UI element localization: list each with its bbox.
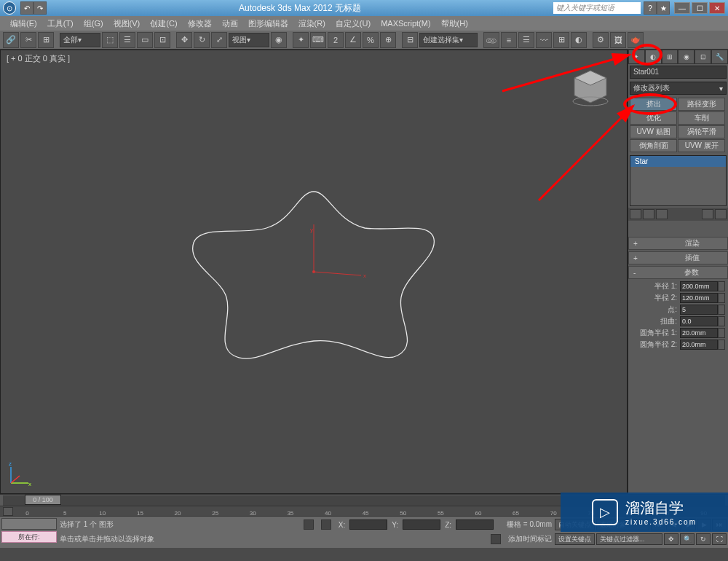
mod-extrude-btn[interactable]: 挤出	[630, 98, 677, 111]
selection-filter-dropdown[interactable]: 全部 ▾	[60, 33, 100, 47]
radius2-input[interactable]: 120.0mm	[680, 293, 718, 303]
select-rect-btn[interactable]: ▭	[137, 32, 153, 48]
menu-modifiers[interactable]: 修改器	[183, 17, 216, 31]
coord-z-input[interactable]	[456, 519, 494, 530]
time-slider-thumb[interactable]: 0 / 100	[25, 495, 61, 505]
unlink-btn[interactable]: ✂	[20, 32, 36, 48]
points-spinner[interactable]	[718, 305, 725, 315]
menu-graph-editors[interactable]: 图形编辑器	[244, 17, 293, 31]
mod-uvwmap-btn[interactable]: UVW 贴图	[630, 125, 677, 138]
menu-customize[interactable]: 自定义(U)	[331, 17, 375, 31]
make-unique-btn[interactable]	[656, 209, 668, 219]
render-frame-btn[interactable]: 🖼	[610, 32, 626, 48]
mod-bevelprofile-btn[interactable]: 倒角剖面	[630, 139, 677, 152]
mirror-btn[interactable]: ⟃⟄	[483, 32, 499, 48]
viewport[interactable]: [ + 0 正交 0 真实 ] y x z x	[0, 50, 628, 494]
menu-rendering[interactable]: 渲染(R)	[294, 17, 330, 31]
modifier-list-dropdown[interactable]: 修改器列表▾	[630, 82, 727, 95]
fillet2-input[interactable]: 20.0mm	[680, 340, 718, 350]
coord-x-input[interactable]	[349, 519, 387, 530]
move-btn[interactable]: ✥	[176, 32, 192, 48]
add-time-tag[interactable]: 添加时间标记	[508, 534, 552, 544]
nav-zoom-btn[interactable]: 🔍	[680, 533, 695, 545]
coord-y-input[interactable]	[403, 519, 440, 530]
menu-tools[interactable]: 工具(T)	[43, 17, 78, 31]
scale-btn[interactable]: ⤢	[211, 32, 227, 48]
modify-tab[interactable]: ◐	[645, 50, 662, 64]
distortion-spinner[interactable]	[718, 316, 725, 326]
menu-edit[interactable]: 编辑(E)	[6, 17, 41, 31]
render-btn[interactable]: 🫖	[628, 32, 644, 48]
distortion-input[interactable]: 0.0	[680, 316, 718, 326]
fillet2-spinner[interactable]	[718, 340, 725, 350]
fillet1-spinner[interactable]	[718, 328, 725, 338]
menu-views[interactable]: 视图(V)	[109, 17, 145, 31]
radius1-input[interactable]: 200.0mm	[680, 281, 718, 291]
display-tab[interactable]: ⊡	[695, 50, 711, 64]
track-toggle-btn[interactable]	[3, 507, 13, 516]
configure-sets-btn[interactable]	[715, 209, 727, 219]
schematic-btn[interactable]: ⊞	[553, 32, 569, 48]
manipulate-btn[interactable]: ✦	[293, 32, 309, 48]
mod-lathe-btn[interactable]: 车削	[678, 111, 725, 125]
snap-angle-btn[interactable]: ∠	[345, 32, 361, 48]
motion-tab[interactable]: ◉	[678, 50, 695, 64]
curve-editor-btn[interactable]: 〰	[536, 32, 552, 48]
named-sel-btn[interactable]: ⊟	[402, 32, 418, 48]
menu-animation[interactable]: 动画	[218, 17, 242, 31]
minimize-button[interactable]: —	[674, 2, 690, 14]
close-button[interactable]: ✕	[709, 2, 725, 14]
nav-pan-btn[interactable]: ✥	[664, 533, 678, 545]
radius1-spinner[interactable]	[718, 281, 725, 291]
hierarchy-tab[interactable]: ⊞	[662, 50, 678, 64]
utilities-tab[interactable]: 🔧	[711, 50, 728, 64]
quick-undo-btn[interactable]: ↶	[20, 1, 33, 15]
spinner-snap-btn[interactable]: ⊕	[380, 32, 396, 48]
mod-optimize-btn[interactable]: 优化	[630, 111, 677, 125]
prompt-tag[interactable]: 所在行:	[1, 531, 57, 543]
maximize-button[interactable]: ☐	[692, 2, 708, 14]
use-center-btn[interactable]: ◉	[271, 32, 287, 48]
menu-help[interactable]: 帮助(H)	[437, 17, 472, 31]
show-result-btn[interactable]	[643, 209, 654, 219]
ref-coord-dropdown[interactable]: 视图 ▾	[229, 33, 269, 47]
snap-2d-btn[interactable]: 2	[328, 32, 344, 48]
mod-turbosmooth-btn[interactable]: 涡轮平滑	[678, 125, 725, 138]
rollout-render[interactable]: +渲染	[628, 237, 728, 250]
render-setup-btn[interactable]: ⚙	[593, 32, 609, 48]
help-btn[interactable]: ?	[644, 1, 657, 15]
object-name-input[interactable]: Star001	[630, 66, 727, 79]
keyboard-btn[interactable]: ⌨	[310, 32, 326, 48]
help-search-input[interactable]: 键入关键字或短语	[553, 2, 641, 14]
rollout-params[interactable]: -参数	[628, 266, 728, 279]
align-btn[interactable]: ≡	[501, 32, 517, 48]
time-tag-icon[interactable]	[491, 534, 501, 544]
nav-orbit-btn[interactable]: ↻	[696, 533, 711, 545]
quick-redo-btn[interactable]: ↷	[33, 1, 47, 15]
radius2-spinner[interactable]	[718, 293, 725, 303]
fillet1-input[interactable]: 20.0mm	[680, 328, 718, 338]
viewport-label[interactable]: [ + 0 正交 0 真实 ]	[7, 53, 70, 64]
material-btn[interactable]: ◐	[571, 32, 587, 48]
set-key-btn[interactable]: 设置关键点	[555, 533, 595, 545]
maxscript-mini-btn[interactable]	[1, 518, 57, 530]
layers-btn[interactable]: ☰	[518, 32, 534, 48]
rollout-interpolation[interactable]: +插值	[628, 251, 728, 264]
select-name-btn[interactable]: ☰	[119, 32, 135, 48]
lock-icon[interactable]	[304, 519, 314, 530]
favorites-btn[interactable]: ★	[657, 1, 670, 15]
nav-max-btn[interactable]: ⛶	[712, 533, 727, 545]
bind-btn[interactable]: ⊞	[38, 32, 54, 48]
points-input[interactable]: 5	[680, 305, 718, 315]
link-btn[interactable]: 🔗	[3, 32, 19, 48]
iso-icon[interactable]	[321, 519, 331, 530]
pin-stack-btn[interactable]	[630, 209, 641, 219]
modifier-stack[interactable]: Star	[630, 155, 727, 206]
select-btn[interactable]: ⬚	[102, 32, 118, 48]
snap-percent-btn[interactable]: %	[363, 32, 379, 48]
mod-uvwunwrap-btn[interactable]: UVW 展开	[678, 139, 725, 152]
create-tab[interactable]: ✦	[628, 50, 645, 64]
named-selection-dropdown[interactable]: 创建选择集 ▾	[419, 33, 478, 47]
rotate-btn[interactable]: ↻	[194, 32, 210, 48]
remove-mod-btn[interactable]	[702, 209, 713, 219]
